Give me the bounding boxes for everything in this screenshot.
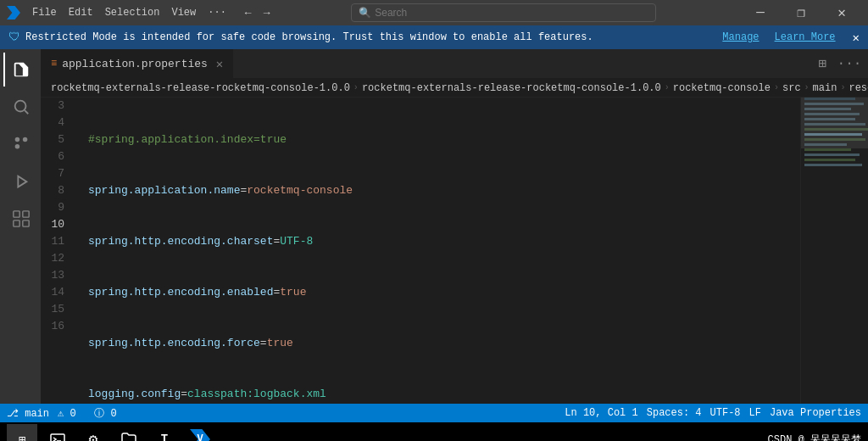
taskbar-terminal[interactable] [42,424,73,441]
search-icon: 🔍 [359,7,371,20]
code-token: = [240,182,247,199]
activity-search[interactable] [3,90,37,124]
notification-bar: 🛡 Restricted Mode is intended for safe c… [0,25,868,49]
title-bar: File Edit Selection View ··· ← → 🔍 — ❐ ✕ [0,0,868,25]
breadcrumb-item-4[interactable]: src [782,82,801,94]
line-num-10: 10 [41,216,73,233]
line-num-5: 5 [41,131,73,148]
code-token: true [280,284,306,301]
status-language[interactable]: Java Properties [770,407,861,419]
menu-more[interactable]: ··· [203,5,231,20]
code-line-4: spring.application.name=rocketmq-console [88,182,793,199]
code-editor[interactable]: 3 4 5 6 7 8 9 10 11 12 13 14 15 16 #spri… [41,98,868,404]
breadcrumb-item-6[interactable]: resources [849,82,868,94]
line-num-15: 15 [41,301,73,318]
status-errors[interactable]: ⚠ 0 ⓘ 0 [58,406,117,421]
svg-rect-20 [51,434,64,441]
editor-area: ≡ application.properties ✕ ⊞ ··· rocketm… [41,49,868,404]
taskbar-start[interactable]: ⊞ [7,424,37,441]
menu-selection[interactable]: Selection [100,5,165,20]
breadcrumb-item-5[interactable]: main [813,82,837,94]
svg-rect-18 [804,159,855,161]
taskbar-settings[interactable]: ⚙ [78,424,108,441]
svg-rect-5 [23,220,29,226]
tab-file-icon: ≡ [51,58,57,70]
editor-tab[interactable]: ≡ application.properties ✕ [41,49,234,78]
minimap [800,98,868,404]
tab-label: application.properties [62,58,208,70]
breadcrumb-item-1[interactable]: rocketmq-externals-release-rocketmq-cons… [51,82,350,94]
line-num-3: 3 [41,98,73,114]
more-actions-button[interactable]: ··· [837,52,861,75]
status-spaces[interactable]: Spaces: 4 [647,407,702,419]
nav-back[interactable]: ← [242,7,255,20]
taskbar-vscode[interactable]: V [185,424,215,441]
notification-close[interactable]: ✕ [853,31,860,45]
code-token: = [273,233,280,250]
activity-debug[interactable] [3,165,37,198]
manage-link[interactable]: Manage [722,31,759,43]
svg-rect-19 [804,164,862,166]
status-branch[interactable]: ⎇ main [7,407,49,420]
status-left: ⎇ main ⚠ 0 ⓘ 0 [7,406,117,421]
nav-forward[interactable]: → [260,7,274,20]
svg-line-1 [25,110,28,114]
line-num-13: 13 [41,267,73,284]
code-token: spring.http.encoding.enabled [88,284,273,301]
breadcrumb-item-2[interactable]: rocketmq-externals-release-rocketmq-cons… [362,82,661,94]
minimap-slider[interactable] [801,98,868,148]
line-num-12: 12 [41,250,73,267]
search-input[interactable] [375,7,648,19]
status-encoding[interactable]: UTF-8 [710,407,741,419]
code-token: = [273,284,280,301]
breadcrumb-item-3[interactable]: rocketmq-console [673,82,771,94]
code-token: spring.http.encoding.force [88,335,260,352]
notification-text: Restricted Mode is intended for safe cod… [25,31,712,43]
menu-bar: File Edit Selection View ··· [27,5,231,20]
code-line-6: spring.http.encoding.enabled=true [88,284,793,301]
line-num-9: 9 [41,199,73,216]
code-token: UTF-8 [280,233,313,250]
code-line-3: #spring.application.index=true [88,131,793,148]
menu-edit[interactable]: Edit [64,5,98,20]
svg-rect-17 [804,154,860,156]
svg-rect-2 [14,211,19,217]
activity-extensions[interactable] [3,202,37,236]
learn-more-link[interactable]: Learn More [775,31,836,43]
tab-actions: ⊞ ··· [810,49,868,78]
line-num-14: 14 [41,284,73,301]
code-token: = [260,335,267,352]
svg-rect-3 [23,211,29,217]
vscode-logo-icon [7,6,20,20]
code-token: true [267,335,293,352]
activity-bar [0,49,41,404]
restore-button[interactable]: ❐ [782,0,821,25]
code-token: logging.config [88,386,181,403]
svg-rect-4 [14,220,19,226]
code-token: spring.http.encoding.charset [88,233,273,250]
search-box[interactable]: 🔍 [351,3,656,22]
main-layout: ≡ application.properties ✕ ⊞ ··· rocketm… [0,49,868,404]
tab-close-button[interactable]: ✕ [216,57,223,71]
menu-file[interactable]: File [27,5,62,20]
taskbar-folder[interactable] [114,424,144,441]
split-editor-button[interactable]: ⊞ [810,52,834,75]
activity-source-control[interactable] [3,127,37,161]
breadcrumb: rocketmq-externals-release-rocketmq-cons… [41,79,868,98]
menu-view[interactable]: View [166,5,201,20]
code-token: = [181,386,187,403]
status-eol[interactable]: LF [749,407,761,419]
taskbar: ⊞ ⚙ T V CSDN @ 呆呆呆呆梦 [0,422,868,441]
taskbar-text[interactable]: T [149,424,180,441]
taskbar-watermark: CSDN @ 呆呆呆呆梦 [768,433,861,442]
close-button[interactable]: ✕ [822,0,861,25]
line-num-8: 8 [41,182,73,199]
code-line-5: spring.http.encoding.charset=UTF-8 [88,233,793,250]
status-position[interactable]: Ln 10, Col 1 [565,407,637,419]
activity-explorer[interactable] [3,53,37,87]
line-num-6: 6 [41,148,73,165]
code-line-8: logging.config=classpath:logback.xml [88,386,793,403]
watermark-text: CSDN @ 呆呆呆呆梦 [768,433,861,442]
breadcrumb-sep-1: › [353,83,359,92]
minimize-button[interactable]: — [741,0,780,25]
